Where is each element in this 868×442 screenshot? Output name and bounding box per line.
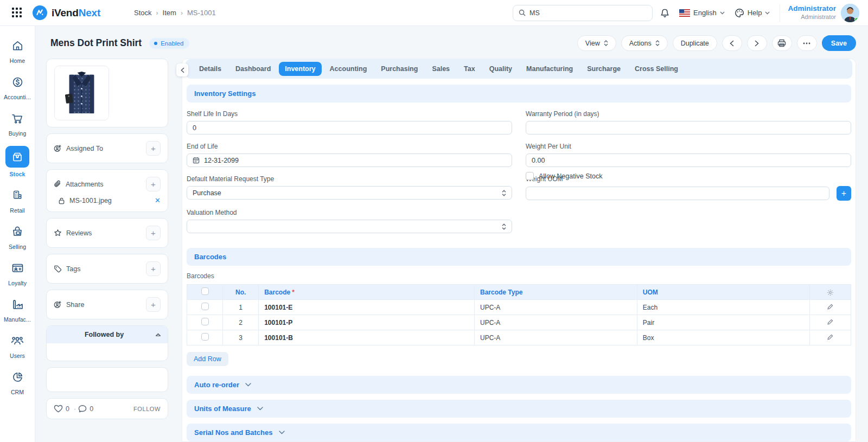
uom-value[interactable]: Box [637,330,809,345]
sidebar-item-accounting[interactable]: Accounti... [1,70,34,105]
barcode-value[interactable]: 100101-B [259,330,475,345]
units-of-measure-section-header[interactable]: Units of Measure [187,400,851,418]
barcode-value[interactable]: 100101-E [259,300,475,315]
user-menu[interactable]: Administrator Administrator [780,4,859,22]
shelf-life-input[interactable] [187,121,512,134]
sidebar-item-retail[interactable]: Retail [1,183,34,218]
heart-icon[interactable] [54,405,63,413]
item-side-panel: Assigned To + Attachments + MS-1001.jpeg… [46,59,168,442]
cart-icon [7,110,28,127]
view-button[interactable]: View [577,35,616,51]
material-request-type-select[interactable]: Purchase [187,186,512,200]
shelf-life-label: Shelf Life In Days [187,110,512,118]
notifications-bell-icon[interactable] [660,8,669,18]
warranty-period-input[interactable] [526,121,851,134]
pie-chart-icon [7,368,28,386]
more-options-button[interactable] [797,35,817,51]
global-search[interactable] [513,5,653,21]
add-tag-button[interactable]: + [146,261,161,276]
collapse-caret-icon[interactable] [155,333,161,337]
weight-per-unit-input[interactable] [526,153,851,167]
remove-attachment-icon[interactable]: ✕ [155,196,161,204]
attachment-row[interactable]: MS-1001.jpeg ✕ [47,196,168,212]
save-button[interactable]: Save [822,35,856,51]
duplicate-button[interactable]: Duplicate [673,35,717,51]
sidebar-item-manufacturing[interactable]: Manufac... [1,292,34,327]
collapse-sidebar-icon[interactable] [176,63,188,76]
allow-negative-stock-checkbox[interactable] [526,172,534,180]
item-image[interactable] [54,66,109,120]
end-of-life-date-input[interactable] [204,157,506,164]
weight-uom-input[interactable] [526,187,829,200]
add-share-button[interactable]: + [146,297,161,312]
print-button[interactable] [772,35,792,51]
add-assignment-button[interactable]: + [146,141,161,156]
barcode-value[interactable]: 100101-P [259,315,475,330]
uom-value[interactable]: Each [637,300,809,315]
add-attachment-button[interactable]: + [146,177,161,191]
edit-row-pencil-icon[interactable] [827,334,833,342]
barcode-row[interactable]: 3 100101-B UPC-A Box [187,330,851,345]
item-image-card [46,59,168,127]
serial-nos-batches-section-header[interactable]: Serial Nos and Batches [187,424,851,441]
breadcrumb-stock[interactable]: Stock [134,9,152,17]
tab-dashboard[interactable]: Dashboard [229,62,277,76]
apps-grid-icon[interactable] [10,6,24,20]
add-review-button[interactable]: + [146,226,161,240]
sidebar-item-crm[interactable]: CRM [1,365,34,400]
add-row-button[interactable]: Add Row [187,352,228,366]
tags-label: Tags [66,265,80,273]
followed-by-header[interactable]: Followed by [47,326,168,343]
uom-value[interactable]: Pair [637,315,809,330]
valuation-method-select[interactable] [187,220,512,233]
sidebar-item-users[interactable]: Users [1,329,34,363]
allow-negative-stock-checkbox-row[interactable]: Allow Negative Stock [526,170,851,180]
edit-row-pencil-icon[interactable] [827,319,833,326]
row-checkbox[interactable] [201,303,209,310]
end-of-life-input[interactable] [187,153,512,167]
barcode-type-value[interactable]: UPC-A [474,300,637,315]
comment-icon[interactable] [78,405,87,413]
sidebar-item-buying[interactable]: Buying [1,106,34,141]
tab-tax[interactable]: Tax [458,62,481,76]
row-checkbox[interactable] [201,333,209,341]
avatar[interactable] [841,4,859,22]
tab-quality[interactable]: Quality [483,62,518,76]
tab-surcharge[interactable]: Surcharge [581,62,627,76]
sidebar-item-home[interactable]: Home [1,34,34,68]
row-number: 1 [223,300,259,315]
select-all-checkbox[interactable] [201,287,209,295]
prev-button[interactable] [722,35,742,51]
search-input[interactable] [529,9,638,17]
table-settings-gear-icon[interactable] [827,288,834,296]
barcode-row[interactable]: 1 100101-E UPC-A Each [187,300,851,315]
warranty-period-label: Warranty Period (in days) [526,110,851,118]
brand-logo[interactable]: iVendNext [33,5,100,20]
tab-accounting[interactable]: Accounting [324,62,373,76]
follow-button[interactable]: FOLLOW [133,406,161,412]
help-menu[interactable]: Help [735,8,770,18]
breadcrumb-item[interactable]: Item [163,9,176,17]
sidebar-item-stock[interactable]: Stock [1,143,34,182]
comment-box[interactable] [46,367,168,392]
followed-by-list [47,343,168,361]
tab-sales[interactable]: Sales [426,62,456,76]
barcode-type-value[interactable]: UPC-A [474,330,637,345]
language-selector[interactable]: English [679,9,725,17]
barcode-row[interactable]: 2 100101-P UPC-A Pair [187,315,851,330]
tab-purchasing[interactable]: Purchasing [375,62,424,76]
barcode-type-value[interactable]: UPC-A [474,315,637,330]
tab-inventory[interactable]: Inventory [279,62,321,76]
edit-row-pencil-icon[interactable] [827,304,833,311]
actions-button[interactable]: Actions [621,35,668,51]
sidebar-item-loyalty[interactable]: Loyalty [1,256,34,291]
row-checkbox[interactable] [201,318,209,325]
add-weight-uom-button[interactable]: + [837,186,851,201]
next-button[interactable] [747,35,767,51]
tab-cross-selling[interactable]: Cross Selling [629,62,684,76]
tab-details[interactable]: Details [193,62,227,76]
sidebar-item-selling[interactable]: Selling [1,220,34,254]
tab-manufacturing[interactable]: Manufacturing [520,62,579,76]
attachment-file-name[interactable]: MS-1001.jpeg [69,197,112,204]
auto-reorder-section-header[interactable]: Auto re-order [187,376,851,394]
